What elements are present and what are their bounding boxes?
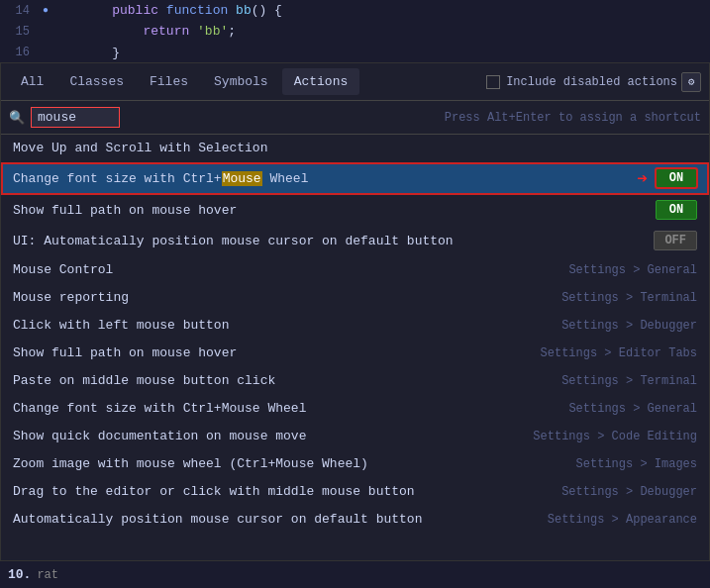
line-number: 15 (0, 25, 40, 39)
item-label: UI: Automatically position mouse cursor … (13, 234, 654, 248)
list-item[interactable]: Change font size with Ctrl+Mouse Wheel S… (1, 395, 709, 423)
list-item[interactable]: Click with left mouse button Settings > … (1, 312, 709, 340)
line-number: 16 (0, 46, 40, 59)
status-bar: 10. rat (0, 560, 710, 588)
tab-all[interactable]: All (9, 68, 55, 95)
item-label: Mouse reporting (13, 290, 561, 305)
item-meta: Settings > Appearance (548, 513, 697, 527)
item-meta: Settings > Debugger (561, 319, 697, 333)
item-label: Paste on middle mouse button click (13, 373, 561, 388)
tab-bar: All Classes Files Symbols Actions Includ… (1, 63, 709, 101)
item-meta: Settings > Terminal (561, 291, 697, 305)
toggle-on-indicator[interactable]: ON (656, 200, 697, 220)
item-label: Show quick documentation on mouse move (13, 429, 533, 443)
item-meta: Settings > Editor Tabs (541, 346, 697, 360)
item-label: Click with left mouse button (13, 318, 561, 333)
item-label: Mouse Control (13, 262, 568, 277)
code-text: } (51, 46, 120, 60)
status-text: rat (37, 568, 58, 582)
tab-files[interactable]: Files (138, 68, 200, 95)
item-label: Move Up and Scroll with Selection (13, 141, 697, 155)
list-item[interactable]: Drag to the editor or click with middle … (1, 478, 709, 506)
item-label: Automatically position mouse cursor on d… (13, 512, 548, 527)
results-list: Move Up and Scroll with Selection Change… (1, 135, 709, 587)
list-item[interactable]: Show quick documentation on mouse move S… (1, 423, 709, 450)
item-meta: Settings > General (568, 402, 697, 416)
code-text: return 'bb'; (51, 24, 236, 39)
list-item[interactable]: Mouse reporting Settings > Terminal (1, 284, 709, 312)
list-item[interactable]: Move Up and Scroll with Selection (1, 135, 709, 162)
breakpoint-indicator: ● (40, 5, 51, 16)
item-meta: Settings > Terminal (561, 374, 697, 388)
tab-classes[interactable]: Classes (57, 68, 136, 95)
item-label: Drag to the editor or click with middle … (13, 484, 561, 499)
include-disabled-label: Include disabled actions (506, 75, 677, 89)
toggle-on-button[interactable]: ON (656, 168, 697, 188)
include-disabled-checkbox[interactable] (486, 75, 500, 89)
search-row: 🔍 Press Alt+Enter to assign a shortcut (1, 101, 709, 135)
item-label: Show full path on mouse hover (13, 203, 656, 218)
list-item[interactable]: Zoom image with mouse wheel (Ctrl+Mouse … (1, 450, 709, 478)
search-hint: Press Alt+Enter to assign a shortcut (445, 111, 701, 125)
code-line-15: 15 return 'bb'; (0, 22, 710, 42)
item-label: Show full path on mouse hover (13, 345, 541, 360)
list-item[interactable]: Paste on middle mouse button click Setti… (1, 367, 709, 395)
list-item[interactable]: Mouse Control Settings > General (1, 256, 709, 284)
toggle-off-indicator[interactable]: OFF (654, 231, 697, 250)
highlight-mouse: Mouse (222, 171, 262, 186)
settings-button[interactable]: ⚙ (681, 72, 701, 92)
item-label: Change font size with Ctrl+Mouse Wheel (13, 401, 568, 416)
search-icon: 🔍 (9, 110, 25, 126)
item-label: Change font size with Ctrl+Mouse Wheel (13, 171, 629, 186)
item-meta: Settings > Debugger (561, 485, 697, 499)
code-line-16: 16 } (0, 43, 710, 62)
list-item-selected[interactable]: Change font size with Ctrl+Mouse Wheel ➔… (1, 162, 709, 195)
status-line-number: 10. (8, 567, 31, 582)
actions-dialog: All Classes Files Symbols Actions Includ… (0, 62, 710, 588)
list-item[interactable]: Show full path on mouse hover ON (1, 195, 709, 226)
code-line-14: 14 ● public function bb() { (0, 1, 710, 21)
item-meta: Settings > Images (576, 457, 697, 471)
code-text: public function bb() { (51, 3, 282, 18)
list-item[interactable]: UI: Automatically position mouse cursor … (1, 226, 709, 256)
red-arrow-icon: ➔ (637, 167, 648, 189)
include-disabled-container: Include disabled actions (486, 75, 677, 89)
item-meta: Settings > General (568, 263, 697, 277)
search-input[interactable] (31, 107, 120, 128)
tab-symbols[interactable]: Symbols (202, 68, 280, 95)
list-item[interactable]: Show full path on mouse hover Settings >… (1, 340, 709, 367)
line-number: 14 (0, 4, 40, 18)
tab-actions[interactable]: Actions (282, 68, 360, 95)
list-item[interactable]: Automatically position mouse cursor on d… (1, 506, 709, 534)
item-label: Zoom image with mouse wheel (Ctrl+Mouse … (13, 456, 576, 471)
code-editor-preview: 14 ● public function bb() { 15 return 'b… (0, 0, 710, 64)
item-meta: Settings > Code Editing (533, 430, 697, 443)
